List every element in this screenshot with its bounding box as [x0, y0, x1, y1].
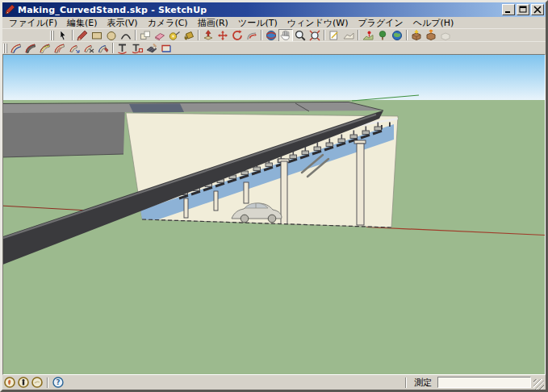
zoom-icon: [294, 29, 307, 42]
close-button[interactable]: [531, 4, 544, 15]
geolocation-status-icon[interactable]: [4, 377, 15, 388]
offset-tool-button[interactable]: [245, 29, 259, 42]
svg-text:?: ?: [56, 378, 61, 386]
menu-file[interactable]: ファイル(F): [4, 17, 62, 29]
share-models-icon: [425, 29, 437, 42]
joint-push-pull-1-icon: [116, 42, 129, 55]
menu-help[interactable]: ヘルプ(H): [408, 17, 459, 29]
menu-window[interactable]: ウィンドウ(W): [282, 17, 353, 29]
toolbar-separator: [261, 30, 262, 40]
title-bar[interactable]: Making_CurvedStand.skp - SketchUp: [2, 2, 546, 17]
rectangle-tool-button[interactable]: [90, 29, 104, 42]
measurements-input[interactable]: [437, 377, 531, 388]
zoom-extents-button[interactable]: [307, 29, 322, 42]
share-component-icon: [439, 29, 452, 42]
menu-tools[interactable]: ツール(T): [233, 17, 282, 29]
get-current-view-button[interactable]: [327, 29, 341, 42]
model-status-icon[interactable]: [31, 377, 43, 388]
maximize-button[interactable]: [517, 4, 529, 15]
maximize-icon: [518, 5, 528, 15]
joint-push-pull-2-button[interactable]: [130, 42, 144, 55]
google-earth-button[interactable]: [390, 29, 404, 42]
make-component-icon: [139, 29, 152, 42]
zoom-extents-icon: [308, 29, 321, 42]
make-component-button[interactable]: [138, 29, 153, 42]
rotate-icon: [231, 29, 244, 42]
tape-measure-icon: [168, 29, 181, 42]
loft-tool-2-button[interactable]: [23, 42, 38, 55]
toolbar-separator: [72, 30, 73, 40]
drawing-area[interactable]: [2, 54, 546, 375]
push-pull-button[interactable]: [201, 29, 215, 42]
add-location-button[interactable]: [361, 29, 375, 42]
paint-mesh-tool-button[interactable]: [144, 42, 159, 55]
loft-tool-7-icon: [97, 42, 110, 55]
loft-tool-3-button[interactable]: [38, 42, 52, 55]
offset-icon: [245, 29, 258, 42]
resize-grip[interactable]: [533, 379, 544, 390]
photo-textures-button[interactable]: [375, 29, 390, 42]
menu-camera[interactable]: カメラ(C): [143, 17, 193, 29]
face-tool-button[interactable]: [159, 42, 174, 55]
loft-tool-4-icon: [53, 42, 66, 55]
pan-tool-button[interactable]: [278, 29, 293, 42]
rotate-tool-button[interactable]: [230, 29, 245, 42]
statusbar-separator: [47, 377, 48, 388]
menu-plugins[interactable]: プラグイン: [353, 17, 408, 29]
get-models-button[interactable]: [409, 29, 424, 42]
share-models-button[interactable]: [424, 29, 438, 42]
menu-bar: ファイル(F) 編集(E) 表示(V) カメラ(C) 描画(R) ツール(T) …: [2, 17, 546, 28]
circle-tool-button[interactable]: [104, 29, 119, 42]
loft-tool-3-icon: [39, 42, 52, 55]
minimize-icon: [504, 5, 513, 15]
get-current-view-icon: [328, 29, 341, 42]
select-tool-button[interactable]: [56, 29, 70, 42]
eraser-tool-button[interactable]: [153, 29, 167, 42]
status-bar: ? 測定: [2, 375, 546, 390]
loft-tool-2-icon: [24, 42, 37, 55]
toggle-terrain-icon: [342, 29, 355, 42]
paint-bucket-button[interactable]: [182, 29, 196, 42]
move-icon: [216, 29, 229, 42]
loft-tool-5-icon: [68, 42, 81, 55]
move-tool-button[interactable]: [215, 29, 230, 42]
paint-mesh-tool-icon: [145, 42, 158, 55]
reference-image-plane[interactable]: [126, 113, 398, 228]
toolbar-plugins: [2, 41, 546, 54]
toolbar-grip[interactable]: [50, 31, 54, 40]
loft-tool-1-button[interactable]: [9, 42, 23, 55]
zoom-tool-button[interactable]: [293, 29, 307, 42]
measurements-label: 測定: [411, 377, 435, 389]
toolbar-separator: [198, 30, 199, 40]
tape-measure-button[interactable]: [167, 29, 182, 42]
joint-push-pull-2-icon: [131, 42, 144, 55]
line-icon: [76, 29, 89, 42]
loft-tool-5-button[interactable]: [67, 42, 82, 55]
toolbar-main: [2, 28, 546, 41]
toolbar-separator: [406, 30, 408, 40]
arc-icon: [119, 29, 132, 42]
sky: [3, 55, 545, 100]
menu-draw[interactable]: 描画(R): [193, 17, 233, 29]
menu-edit[interactable]: 編集(E): [62, 17, 102, 29]
toolbar-grip[interactable]: [3, 44, 7, 53]
circle-icon: [105, 29, 118, 42]
rectangle-icon: [90, 29, 103, 42]
help-icon[interactable]: ?: [52, 377, 64, 388]
share-component-button[interactable]: [438, 29, 453, 42]
orbit-tool-button[interactable]: [264, 29, 278, 42]
push-pull-icon: [202, 29, 215, 42]
model-scene: [3, 55, 545, 374]
toggle-terrain-button[interactable]: [341, 29, 356, 42]
credit-status-icon[interactable]: [18, 377, 29, 388]
loft-tool-6-button[interactable]: [82, 42, 96, 55]
add-location-icon: [362, 29, 374, 42]
minimize-button[interactable]: [502, 4, 515, 15]
joint-push-pull-1-button[interactable]: [115, 42, 130, 55]
google-earth-icon: [391, 29, 404, 42]
arc-tool-button[interactable]: [119, 29, 133, 42]
loft-tool-4-button[interactable]: [52, 42, 67, 55]
menu-view[interactable]: 表示(V): [102, 17, 143, 29]
line-tool-button[interactable]: [75, 29, 90, 42]
loft-tool-7-button[interactable]: [96, 42, 111, 55]
